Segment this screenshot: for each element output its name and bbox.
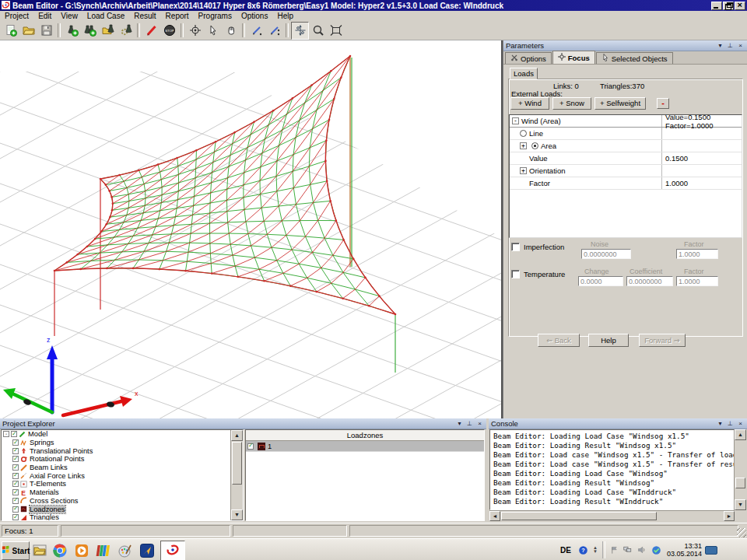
focus-links-button[interactable] [291,22,309,40]
grid-row-value[interactable]: Value0.1500 [510,152,742,165]
new-project-button[interactable] [2,22,19,40]
temperature-factor-field[interactable]: 1.0000 [676,276,718,286]
scroll-down-icon[interactable]: ▼ [231,509,243,520]
tree-checkbox[interactable] [12,473,19,479]
tree-checkbox[interactable] [12,506,19,513]
temperature-checkbox[interactable] [511,270,520,278]
menu-options[interactable]: Options [237,11,272,21]
tree-item-model[interactable]: -Model [2,430,243,439]
tree-item-triangles[interactable]: Triangles [2,513,243,521]
menu-help[interactable]: Help [272,11,298,21]
loadzone-checkbox[interactable] [247,443,254,450]
close-icon[interactable]: × [736,420,745,428]
collapse-icon[interactable]: - [3,431,9,437]
forward-button[interactable]: Forward ⇒ [639,334,686,347]
chrome-icon[interactable] [50,541,70,560]
close-icon[interactable]: × [475,420,484,428]
menu-edit[interactable]: Edit [33,11,56,21]
add-wind-button[interactable]: + Wind [510,97,549,110]
menu-programs[interactable]: Programs [194,11,237,21]
scrollbar-thumb[interactable] [735,478,745,488]
flag-tray-icon[interactable] [610,546,619,555]
menu-result[interactable]: Result [129,11,160,21]
minimize-icon[interactable] [711,2,722,10]
tree-checkbox[interactable] [12,439,19,446]
coefficient-field[interactable]: 0.0000000 [626,276,673,286]
tree-checkbox[interactable] [12,464,19,471]
console-vscrollbar[interactable]: ▲ ▼ [734,429,746,510]
tray-expand-icon[interactable]: ▲▼ [593,546,598,554]
library-icon[interactable] [93,541,113,560]
tree-checkbox[interactable] [12,514,19,520]
start-button[interactable]: Start [2,541,30,560]
radio-area[interactable] [531,142,538,149]
panel-menu-icon[interactable]: ▾ [716,420,724,428]
tree-item-beam-links[interactable]: Beam Links [2,464,243,472]
tab-focus[interactable]: Focus [552,51,595,64]
zoom-button[interactable] [309,22,327,40]
select-cursor-button[interactable] [204,22,222,40]
center-focus-button[interactable] [186,22,204,40]
scroll-up-icon[interactable]: ▲ [231,430,243,441]
network-tray-icon[interactable] [623,545,633,555]
expand-icon[interactable]: + [520,142,527,149]
draw-line-button[interactable] [247,22,265,40]
tab-loads[interactable]: Loads [510,68,538,79]
clock[interactable]: 13:31 03.05.2014 [667,542,702,558]
tree-item-rotational-points[interactable]: Rotational Points [2,455,243,464]
collapse-icon[interactable]: - [512,117,519,124]
stop-button[interactable]: STOP [160,22,178,40]
change-field[interactable]: 0.0000 [578,276,623,286]
media-player-icon[interactable] [72,541,92,560]
resize-grip[interactable] [737,528,746,537]
pin-icon[interactable]: ⊥ [726,42,735,50]
close-icon[interactable]: × [736,42,745,50]
tree-item-loadzones[interactable]: Loadzones [2,505,243,513]
tree-checkbox[interactable] [12,448,19,454]
save-project-button[interactable] [37,22,55,40]
imperfection-factor-field[interactable]: 1.0000 [676,249,718,259]
loadzones-list-header[interactable]: Loadzones [246,430,484,441]
tree-item-cross-sections[interactable]: Cross Sections [2,497,243,506]
tree-checkbox[interactable] [12,481,19,487]
paint-icon[interactable] [114,541,135,560]
speaker-tray-icon[interactable] [637,545,647,555]
help-icon[interactable]: ? [578,545,588,555]
grab-hand-button[interactable] [222,22,240,40]
scroll-left-icon[interactable]: ◄ [489,511,500,521]
add-selfweight-button[interactable]: + Selfweight [594,97,646,110]
navigator-icon[interactable] [137,541,157,560]
menu-project[interactable]: Project [0,11,33,21]
tree-checkbox[interactable] [12,489,19,495]
taskbar-active-app[interactable] [160,541,185,560]
grid-row-orientation[interactable]: +Orientation [510,165,742,177]
grid-row-wind-area[interactable]: -Wind (Area)Value=0.1500 Factor=1.0000 [510,115,742,128]
tree-item-springs[interactable]: Springs [2,439,243,447]
close-icon[interactable] [735,2,745,10]
scroll-right-icon[interactable]: ► [724,511,735,521]
tree-item-materials[interactable]: EMaterials [2,488,243,497]
draw-polyline-button[interactable] [265,22,283,40]
tab-options[interactable]: Options [505,52,552,64]
console-output[interactable]: Beam Editor: Loading Load Case "Windsog … [489,429,735,510]
scrollbar-thumb[interactable] [501,512,657,520]
panel-menu-icon[interactable]: ▾ [455,420,464,428]
loadzones-list-item[interactable]: 1 [246,441,484,452]
remove-load-button[interactable]: - [657,98,669,109]
grid-row-line[interactable]: Line [510,128,742,140]
tab-selected-objects[interactable]: Selected Objects [596,52,673,64]
pin-icon[interactable]: ⊥ [726,420,735,428]
open-load-case-button[interactable] [99,22,117,40]
scrollbar-thumb[interactable] [232,442,242,485]
tree-checkbox[interactable] [12,456,19,462]
grid-row-factor[interactable]: Factor1.0000 [510,177,742,190]
tree-item-axial-force-links[interactable]: Axial Force Links [2,471,243,480]
scroll-down-icon[interactable]: ▼ [735,499,746,510]
load-case-settings-button[interactable] [117,22,135,40]
grid-row-area[interactable]: +Area [510,140,742,152]
imperfection-checkbox[interactable] [511,243,520,251]
help-button[interactable]: Help [588,334,629,347]
add-snow-button[interactable]: + Snow [552,97,591,110]
tree-scrollbar[interactable]: ▲ ▼ [230,430,243,520]
security-tray-icon[interactable] [651,545,661,555]
